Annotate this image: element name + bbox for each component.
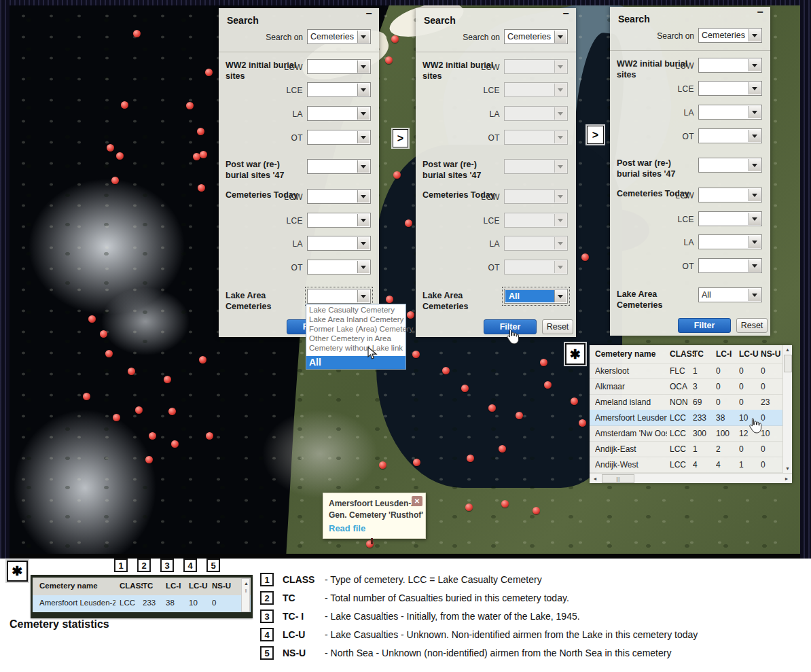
- scroll-up-icon[interactable]: ▲: [783, 345, 792, 354]
- filter-button[interactable]: Filter: [484, 319, 537, 334]
- ww2-lce-select[interactable]: [504, 82, 568, 97]
- ww2-ot-select[interactable]: [504, 130, 568, 145]
- map-pin[interactable]: [386, 296, 393, 303]
- reset-button[interactable]: Reset: [736, 318, 768, 333]
- map-pin[interactable]: [571, 397, 578, 405]
- lake-area-select[interactable]: All: [698, 287, 762, 302]
- today-lcw-select[interactable]: [698, 188, 762, 202]
- map-pin[interactable]: [407, 311, 414, 319]
- ww2-lce-select[interactable]: [307, 82, 371, 97]
- map-pin[interactable]: [164, 376, 171, 383]
- collapse-button[interactable]: −: [364, 10, 374, 19]
- map-pin[interactable]: [198, 184, 205, 192]
- ww2-ot-select[interactable]: [307, 130, 371, 145]
- table-row[interactable]: Amersfoort Leusden-ZLCC23338100: [590, 410, 782, 426]
- map-pin[interactable]: [105, 350, 113, 357]
- ww2-lcw-select[interactable]: [307, 59, 371, 74]
- map-pin[interactable]: [501, 500, 509, 508]
- map-pin[interactable]: [200, 151, 207, 158]
- today-lce-select[interactable]: [307, 213, 371, 228]
- map-pin[interactable]: [111, 177, 119, 184]
- map-pin[interactable]: [113, 414, 120, 421]
- map-pin[interactable]: [88, 315, 96, 323]
- map-pin[interactable]: [413, 459, 420, 466]
- map-pin[interactable]: [516, 412, 523, 419]
- table-row[interactable]: Ameland islandNON690023: [590, 394, 782, 410]
- today-la-select[interactable]: [504, 236, 568, 251]
- map-pin[interactable]: [579, 419, 586, 427]
- postwar-select[interactable]: [504, 159, 568, 174]
- today-la-select[interactable]: [307, 236, 371, 251]
- collapse-button[interactable]: −: [755, 8, 765, 18]
- scrollbar-thumb[interactable]: [784, 355, 792, 372]
- scroll-left-icon[interactable]: ◄: [591, 475, 599, 482]
- dropdown-option[interactable]: All: [306, 356, 406, 369]
- dropdown-option[interactable]: Former Lake (Area) Cemetery: [306, 324, 406, 334]
- dropdown-option[interactable]: Lake Casualty Cemetery: [306, 305, 406, 315]
- map-pin[interactable]: [197, 128, 204, 135]
- map-pin[interactable]: [121, 101, 128, 109]
- stats-reference-button[interactable]: ✱: [565, 343, 585, 365]
- ww2-lcw-select[interactable]: [698, 58, 762, 73]
- table-row[interactable]: Andijk-WestLCC4410: [590, 457, 782, 473]
- map-pin[interactable]: [540, 359, 547, 366]
- map-pin[interactable]: [206, 432, 213, 440]
- map-pin[interactable]: [467, 455, 474, 462]
- horizontal-scrollbar[interactable]: ◄ ||| ►: [590, 473, 792, 483]
- dropdown-option[interactable]: Cemetery without Lake link: [306, 343, 406, 353]
- today-la-select[interactable]: [698, 234, 762, 249]
- ww2-la-select[interactable]: [307, 106, 371, 121]
- today-lce-select[interactable]: [698, 211, 762, 226]
- today-lcw-select[interactable]: [504, 189, 568, 204]
- map-pin[interactable]: [145, 456, 153, 463]
- map-pin[interactable]: [205, 69, 213, 76]
- today-lcw-select[interactable]: [307, 189, 371, 204]
- map-pin[interactable]: [581, 253, 589, 261]
- search-on-select[interactable]: Cemeteries: [698, 28, 762, 43]
- map-pin[interactable]: [135, 406, 143, 414]
- map-pin[interactable]: [107, 144, 114, 152]
- postwar-select[interactable]: [307, 159, 371, 174]
- map-pin[interactable]: [391, 35, 399, 43]
- vertical-scrollbar[interactable]: ▲ ▼: [782, 345, 792, 473]
- map-pin[interactable]: [149, 432, 156, 440]
- map-pin[interactable]: [133, 30, 141, 37]
- map-pin[interactable]: [412, 351, 420, 358]
- scroll-right-icon[interactable]: ►: [782, 475, 791, 482]
- filter-button[interactable]: Filter: [678, 318, 731, 333]
- map-pin[interactable]: [116, 152, 124, 160]
- today-lce-select[interactable]: [504, 213, 568, 228]
- ww2-la-select[interactable]: [698, 105, 762, 120]
- postwar-select[interactable]: [698, 158, 762, 173]
- map-pin[interactable]: [461, 385, 469, 392]
- ww2-lce-select[interactable]: [698, 81, 762, 96]
- ww2-ot-select[interactable]: [698, 128, 762, 143]
- map-pin[interactable]: [379, 461, 386, 469]
- read-file-link[interactable]: Read file: [329, 523, 365, 533]
- map-pin[interactable]: [499, 445, 506, 453]
- scroll-down-icon[interactable]: ▼: [783, 464, 792, 473]
- ww2-lcw-select[interactable]: [504, 59, 568, 74]
- map-pin[interactable]: [128, 368, 135, 375]
- map-pin[interactable]: [442, 367, 450, 374]
- map-pin[interactable]: [544, 381, 552, 389]
- dropdown-option[interactable]: Lake Area Inland Cemetery: [306, 315, 406, 324]
- search-on-select[interactable]: Cemeteries: [307, 29, 371, 44]
- reset-button[interactable]: Reset: [542, 319, 573, 334]
- lake-area-select[interactable]: All: [504, 289, 568, 304]
- map-pin[interactable]: [186, 102, 194, 109]
- map-pin[interactable]: [385, 56, 393, 64]
- search-on-select[interactable]: Cemeteries: [504, 29, 568, 44]
- ww2-la-select[interactable]: [504, 106, 568, 121]
- map-pin[interactable]: [465, 503, 473, 511]
- map-pin[interactable]: [168, 408, 176, 415]
- map-pin[interactable]: [171, 440, 179, 448]
- today-ot-select[interactable]: [698, 258, 762, 273]
- map-pin[interactable]: [405, 219, 412, 227]
- map-pin[interactable]: [393, 171, 401, 179]
- table-row[interactable]: AkerslootFLC1000: [590, 363, 782, 379]
- dropdown-option[interactable]: Other Cemetery in Area: [306, 334, 406, 343]
- expand-panel-button[interactable]: >: [393, 129, 408, 147]
- today-ot-select[interactable]: [307, 260, 371, 275]
- scrollbar-thumb[interactable]: |||: [602, 474, 634, 483]
